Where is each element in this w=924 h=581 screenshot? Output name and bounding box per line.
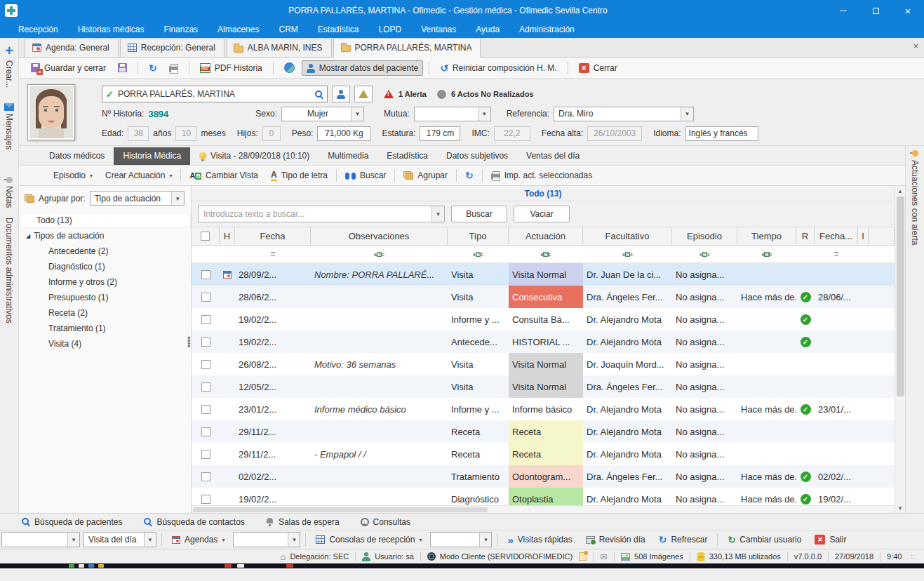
col-header-facultativo[interactable]: Facultativo (583, 227, 672, 245)
scroll-thumb[interactable] (897, 196, 904, 396)
tree-item-todo-13[interactable]: Todo (13) (19, 213, 191, 228)
visita-del-dia-select[interactable]: Visita del día (83, 532, 156, 547)
action-tipo-de-letra[interactable]: Tipo de letra (265, 171, 334, 181)
filter-cell-1[interactable] (220, 246, 235, 262)
table-row[interactable]: 28/09/2...Nombre: PORRA PALLARÉ...Visita… (192, 263, 895, 286)
refrescar-button[interactable]: Refrescar (654, 535, 713, 545)
menu-estadistica[interactable]: Estadística (308, 21, 369, 38)
filter-cell-5[interactable]: aBc (509, 246, 583, 262)
cerrar-button[interactable]: Cerrar (574, 60, 622, 76)
buscar-button[interactable]: Buscar (451, 206, 507, 222)
ptab-historia-medica[interactable]: Historia Médica (114, 147, 190, 165)
rail-crear[interactable]: Crear... (4, 44, 14, 88)
quick-salas-de-espera[interactable]: Salas de espera (266, 517, 340, 527)
mutua-select[interactable] (414, 107, 491, 121)
filter-cell-0[interactable] (192, 246, 220, 262)
row-checkbox[interactable] (201, 382, 210, 392)
filter-cell-9[interactable] (796, 246, 815, 262)
resize-grip[interactable]: .:: (908, 553, 916, 560)
tree-item-receta-2[interactable]: Receta (2) (19, 305, 191, 321)
filter-cell-4[interactable]: aBc (448, 246, 509, 262)
table-row[interactable]: 28/06/2...VisitaConsecutivaDra. Ángeles … (192, 286, 895, 308)
guardar-y-cerrar-button[interactable]: Guardar y cerrar (26, 60, 111, 76)
col-header-fecha[interactable]: Fecha... (815, 227, 858, 245)
patient-warning-button[interactable] (354, 86, 373, 102)
filter-cell-11[interactable] (858, 246, 869, 262)
table-row[interactable]: 12/05/2...VisitaVisita NormalDra. Ángele… (192, 375, 895, 398)
header-checkbox[interactable] (201, 232, 210, 241)
menu-historias-medicas[interactable]: Historias médicas (68, 21, 154, 38)
status-note-button[interactable] (579, 552, 587, 561)
visitas-rapidas-button[interactable]: Visitas rápidas (502, 535, 577, 545)
ptab-datos-subjetivos[interactable]: Datos subjetivos (437, 147, 517, 165)
grid-search-input[interactable] (199, 209, 431, 219)
action-imp-act-seleccionadas[interactable]: Imp. act. seleccionadas (485, 171, 598, 180)
ptab-multimedia[interactable]: Multimedia (319, 147, 377, 165)
filter-cell-8[interactable]: aBc (737, 246, 796, 262)
col-header-episodio[interactable]: Episodio (672, 227, 737, 245)
table-row[interactable]: 26/08/2...Motivo: 36 semanasVisitaVisita… (192, 353, 895, 375)
row-checkbox[interactable] (201, 270, 210, 279)
row-checkbox[interactable] (201, 495, 210, 504)
table-row[interactable]: 23/01/2...Informe médico básicoInforme y… (192, 398, 895, 420)
menu-crm[interactable]: CRM (269, 21, 307, 38)
col-header-select[interactable] (192, 227, 220, 245)
action-buscar[interactable]: Buscar (339, 171, 392, 180)
referencia-select[interactable]: Dra. Miro (554, 107, 694, 121)
actos-no-realizados[interactable]: 6 Actos No Realizados (451, 90, 534, 98)
col-header-r[interactable]: R (796, 227, 815, 245)
tree-item-diagnostico-1[interactable]: Diagnóstico (1) (19, 259, 191, 274)
tree-item-tipos-de-actuacion[interactable]: ◢Tipos de actuación (19, 228, 191, 243)
search-icon[interactable] (314, 90, 323, 99)
minimize-button[interactable] (827, 0, 859, 21)
horizontal-scrollbar[interactable] (192, 505, 895, 513)
imprimir-button[interactable] (164, 61, 183, 75)
menu-ayuda[interactable]: Ayuda (466, 21, 509, 38)
action-cambiar-vista[interactable]: Cambiar Vista (183, 171, 265, 180)
col-header-fecha[interactable]: Fecha (235, 227, 311, 245)
row-checkbox[interactable] (201, 427, 210, 436)
filter-cell-6[interactable]: aBc (583, 246, 672, 262)
splitter-handle[interactable]: •••• (187, 336, 191, 347)
esfera-button[interactable] (279, 60, 300, 76)
menu-recepcion[interactable]: Recepción (8, 21, 68, 38)
cambiar-usuario-button[interactable]: Cambiar usuario (723, 535, 806, 545)
ptab-estadistica[interactable]: Estadística (377, 147, 437, 165)
estatura-field[interactable]: 179 cm (420, 126, 460, 141)
mostrar-datos-paciente-button[interactable]: Mostrar datos del paciente (302, 60, 423, 76)
col-header-i[interactable]: I (858, 227, 869, 245)
table-row[interactable]: 19/02/2...Antecede...HISTORIAL ...Dr. Al… (192, 330, 895, 353)
row-checkbox[interactable] (201, 338, 210, 347)
rail-documentos[interactable]: Documentos administrativos (4, 218, 14, 323)
patient-person-button[interactable] (332, 86, 350, 102)
row-checkbox[interactable] (201, 360, 210, 369)
status-mail-button[interactable] (600, 552, 608, 561)
filter-cell-2[interactable] (235, 246, 311, 262)
peso-field[interactable]: 71,000 Kg (317, 126, 370, 141)
salir-button[interactable]: Salir (810, 535, 851, 545)
close-window-button[interactable]: × (892, 0, 924, 21)
table-row[interactable]: 29/11/2...RecetaRecetaDr. Alejandro Mota… (192, 420, 895, 443)
col-header-observaciones[interactable]: Observaciones (311, 227, 448, 245)
tree-item-informe-y-otros-2[interactable]: Informe y otros (2) (19, 274, 191, 290)
quick-consultas[interactable]: Consultas (361, 517, 410, 527)
maximize-button[interactable] (859, 0, 892, 21)
menu-lopd[interactable]: LOPD (369, 21, 412, 38)
menu-ventanas[interactable]: Ventanas (411, 21, 466, 38)
reiniciar-composicion-button[interactable]: Reiniciar composición H. M. (435, 60, 561, 76)
table-row[interactable]: 02/02/2...TratamientoOdontogram...Dra. Á… (192, 465, 895, 488)
action-refresh[interactable] (459, 171, 480, 180)
action-agrupar[interactable]: Agrupar (397, 171, 454, 180)
row-checkbox[interactable] (201, 472, 210, 481)
guardar-button[interactable] (113, 60, 132, 75)
consolas-recepcion-button[interactable]: Consolas de recepción ▾ (311, 535, 427, 545)
bottom-combo-3[interactable] (430, 532, 492, 547)
quick-busqueda-de-contactos[interactable]: Búsqueda de contactos (143, 517, 244, 527)
action-crear-actuacion[interactable]: Crear Actuación▾ (99, 171, 178, 180)
patient-name-field[interactable]: PORRA PALLARÉS, MARTINA (102, 86, 328, 102)
row-checkbox[interactable] (201, 315, 210, 324)
ptab-ventas-del-dia[interactable]: Ventas del día (517, 147, 589, 165)
pdf-historia-button[interactable]: PDF Historia (195, 60, 267, 76)
ptab-visita-28-09-2018-10-10[interactable]: Visita - 28/09/2018 (10:10) (190, 147, 319, 165)
action-episodio[interactable]: Episodio▾ (47, 171, 99, 180)
